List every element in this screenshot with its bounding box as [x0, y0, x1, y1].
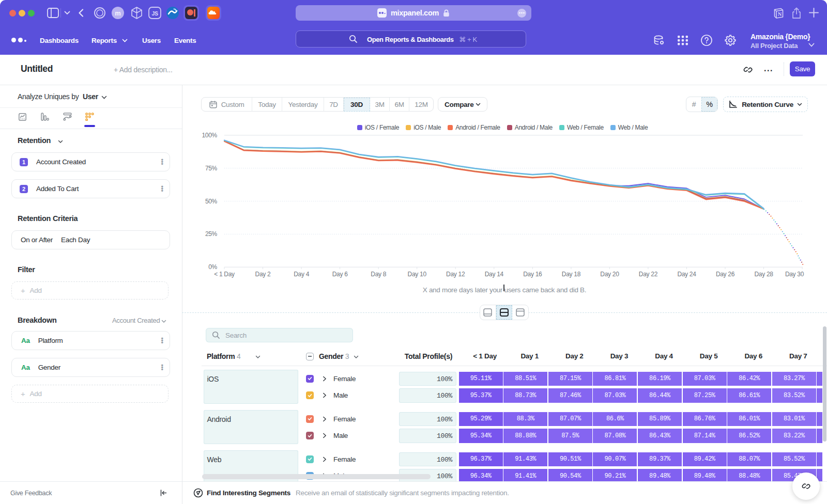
svg-text:Day 14: Day 14 — [485, 271, 504, 278]
svg-text:50%: 50% — [205, 198, 218, 205]
svg-text:N: N — [778, 11, 782, 17]
svg-text:Day 24: Day 24 — [677, 271, 696, 278]
svg-text:Day 10: Day 10 — [408, 271, 427, 278]
svg-text:100%: 100% — [202, 132, 218, 139]
svg-text:Day 2: Day 2 — [255, 271, 271, 278]
svg-text:< 1 Day: < 1 Day — [214, 271, 235, 278]
svg-text:Day 18: Day 18 — [562, 271, 581, 278]
svg-text:0%: 0% — [208, 263, 217, 271]
svg-text:25%: 25% — [205, 230, 218, 238]
svg-text:Day 26: Day 26 — [716, 271, 735, 278]
svg-text:Day 20: Day 20 — [600, 271, 619, 278]
svg-text:75%: 75% — [205, 165, 218, 172]
svg-text:Day 6: Day 6 — [332, 271, 348, 278]
svg-text:JS: JS — [151, 10, 158, 17]
svg-text:Day 12: Day 12 — [446, 271, 465, 278]
svg-text:Day 16: Day 16 — [523, 271, 542, 278]
svg-text:Day 22: Day 22 — [639, 271, 658, 278]
svg-text:Day 4: Day 4 — [294, 271, 309, 278]
svg-text:Day 8: Day 8 — [371, 271, 386, 278]
svg-text:Day 28: Day 28 — [754, 271, 773, 278]
svg-text:Day 30: Day 30 — [785, 271, 804, 278]
